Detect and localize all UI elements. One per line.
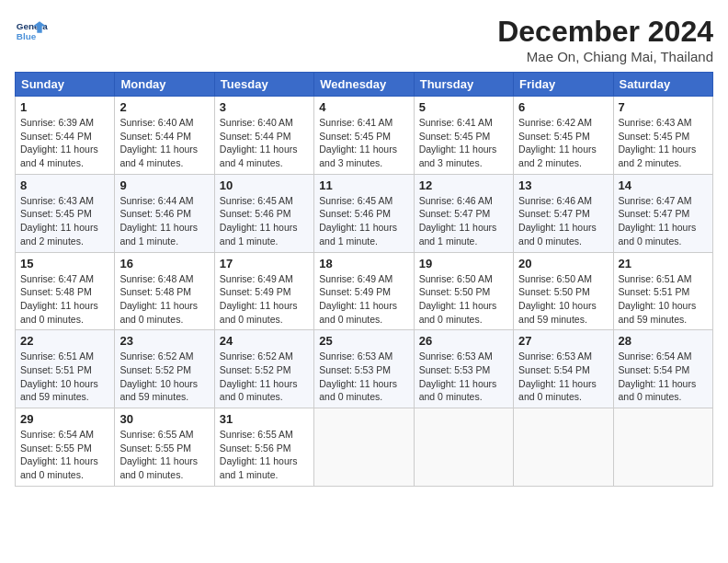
calendar-header-row: SundayMondayTuesdayWednesdayThursdayFrid…: [16, 73, 713, 97]
day-number: 20: [518, 257, 608, 270]
day-number: 3: [220, 100, 309, 114]
weekday-header: Friday: [514, 73, 613, 97]
weekday-header: Sunday: [16, 73, 115, 97]
day-number: 1: [20, 100, 109, 114]
calendar-cell: 3Sunrise: 6:40 AMSunset: 5:44 PMDaylight…: [214, 97, 313, 175]
calendar-cell: 31Sunrise: 6:55 AMSunset: 5:56 PMDayligh…: [214, 408, 313, 487]
day-number: 24: [220, 334, 309, 348]
day-info: Sunrise: 6:51 AMSunset: 5:51 PMDaylight:…: [20, 350, 109, 404]
calendar-table: SundayMondayTuesdayWednesdayThursdayFrid…: [15, 72, 713, 487]
calendar-cell: 8Sunrise: 6:43 AMSunset: 5:45 PMDaylight…: [16, 174, 115, 252]
calendar-cell: 14Sunrise: 6:47 AMSunset: 5:47 PMDayligh…: [613, 174, 712, 252]
calendar-cell: 28Sunrise: 6:54 AMSunset: 5:54 PMDayligh…: [613, 330, 712, 408]
day-number: 23: [119, 334, 209, 348]
day-info: Sunrise: 6:50 AMSunset: 5:50 PMDaylight:…: [518, 272, 608, 327]
calendar-cell: 7Sunrise: 6:43 AMSunset: 5:45 PMDaylight…: [613, 97, 712, 175]
day-info: Sunrise: 6:53 AMSunset: 5:54 PMDaylight:…: [518, 350, 608, 404]
day-info: Sunrise: 6:43 AMSunset: 5:45 PMDaylight:…: [619, 116, 708, 170]
day-number: 26: [419, 334, 508, 348]
calendar-cell: [514, 408, 613, 487]
day-number: 15: [20, 257, 109, 270]
day-info: Sunrise: 6:42 AMSunset: 5:45 PMDaylight:…: [518, 116, 608, 170]
day-info: Sunrise: 6:49 AMSunset: 5:49 PMDaylight:…: [319, 272, 408, 327]
calendar-week-row: 1Sunrise: 6:39 AMSunset: 5:44 PMDaylight…: [16, 97, 713, 175]
day-number: 27: [518, 334, 608, 348]
calendar-cell: 6Sunrise: 6:42 AMSunset: 5:45 PMDaylight…: [514, 97, 613, 175]
calendar-cell: [414, 408, 513, 487]
calendar-cell: 25Sunrise: 6:53 AMSunset: 5:53 PMDayligh…: [314, 330, 414, 408]
day-info: Sunrise: 6:45 AMSunset: 5:46 PMDaylight:…: [319, 194, 408, 248]
calendar-cell: 1Sunrise: 6:39 AMSunset: 5:44 PMDaylight…: [16, 97, 115, 175]
day-info: Sunrise: 6:52 AMSunset: 5:52 PMDaylight:…: [119, 350, 209, 404]
calendar-cell: 20Sunrise: 6:50 AMSunset: 5:50 PMDayligh…: [514, 252, 613, 330]
day-number: 10: [220, 178, 309, 192]
svg-text:Blue: Blue: [17, 31, 37, 41]
day-info: Sunrise: 6:48 AMSunset: 5:48 PMDaylight:…: [119, 272, 209, 327]
calendar-cell: 10Sunrise: 6:45 AMSunset: 5:46 PMDayligh…: [214, 174, 313, 252]
day-number: 21: [619, 257, 708, 270]
weekday-header: Tuesday: [214, 73, 313, 97]
calendar-cell: 21Sunrise: 6:51 AMSunset: 5:51 PMDayligh…: [613, 252, 712, 330]
day-number: 31: [220, 412, 309, 426]
day-info: Sunrise: 6:46 AMSunset: 5:47 PMDaylight:…: [518, 194, 608, 248]
day-info: Sunrise: 6:41 AMSunset: 5:45 PMDaylight:…: [419, 116, 508, 170]
calendar-cell: 17Sunrise: 6:49 AMSunset: 5:49 PMDayligh…: [214, 252, 313, 330]
calendar-cell: 11Sunrise: 6:45 AMSunset: 5:46 PMDayligh…: [314, 174, 414, 252]
day-number: 30: [119, 412, 209, 426]
calendar-week-row: 29Sunrise: 6:54 AMSunset: 5:55 PMDayligh…: [16, 408, 713, 487]
calendar-week-row: 22Sunrise: 6:51 AMSunset: 5:51 PMDayligh…: [16, 330, 713, 408]
calendar-cell: 29Sunrise: 6:54 AMSunset: 5:55 PMDayligh…: [16, 408, 115, 487]
day-info: Sunrise: 6:41 AMSunset: 5:45 PMDaylight:…: [319, 116, 408, 170]
day-info: Sunrise: 6:46 AMSunset: 5:47 PMDaylight:…: [419, 194, 508, 248]
day-info: Sunrise: 6:47 AMSunset: 5:47 PMDaylight:…: [619, 194, 708, 248]
day-number: 22: [20, 334, 109, 348]
day-info: Sunrise: 6:55 AMSunset: 5:55 PMDaylight:…: [119, 428, 209, 482]
day-info: Sunrise: 6:52 AMSunset: 5:52 PMDaylight:…: [220, 350, 309, 404]
day-info: Sunrise: 6:40 AMSunset: 5:44 PMDaylight:…: [220, 116, 309, 170]
day-number: 5: [419, 100, 508, 114]
page-header: General Blue December 2024 Mae On, Chian…: [15, 15, 713, 64]
day-info: Sunrise: 6:54 AMSunset: 5:54 PMDaylight:…: [619, 350, 708, 404]
weekday-header: Monday: [115, 73, 214, 97]
calendar-cell: 2Sunrise: 6:40 AMSunset: 5:44 PMDaylight…: [115, 97, 214, 175]
day-number: 19: [419, 257, 508, 270]
calendar-cell: 5Sunrise: 6:41 AMSunset: 5:45 PMDaylight…: [414, 97, 513, 175]
calendar-cell: 27Sunrise: 6:53 AMSunset: 5:54 PMDayligh…: [514, 330, 613, 408]
day-number: 8: [20, 178, 109, 192]
day-info: Sunrise: 6:47 AMSunset: 5:48 PMDaylight:…: [20, 272, 109, 327]
day-number: 4: [319, 100, 408, 114]
day-info: Sunrise: 6:40 AMSunset: 5:44 PMDaylight:…: [119, 116, 209, 170]
day-number: 2: [119, 100, 209, 114]
day-info: Sunrise: 6:50 AMSunset: 5:50 PMDaylight:…: [419, 272, 508, 327]
calendar-cell: [314, 408, 414, 487]
calendar-cell: 9Sunrise: 6:44 AMSunset: 5:46 PMDaylight…: [115, 174, 214, 252]
day-info: Sunrise: 6:55 AMSunset: 5:56 PMDaylight:…: [220, 428, 309, 482]
calendar-week-row: 15Sunrise: 6:47 AMSunset: 5:48 PMDayligh…: [16, 252, 713, 330]
calendar-cell: 12Sunrise: 6:46 AMSunset: 5:47 PMDayligh…: [414, 174, 513, 252]
day-info: Sunrise: 6:54 AMSunset: 5:55 PMDaylight:…: [20, 428, 109, 482]
day-number: 14: [619, 178, 708, 192]
day-number: 9: [119, 178, 209, 192]
weekday-header: Saturday: [613, 73, 712, 97]
month-title: December 2024: [497, 15, 713, 49]
logo-icon: General Blue: [15, 15, 48, 48]
calendar-cell: 18Sunrise: 6:49 AMSunset: 5:49 PMDayligh…: [314, 252, 414, 330]
day-info: Sunrise: 6:45 AMSunset: 5:46 PMDaylight:…: [220, 194, 309, 248]
day-number: 7: [619, 100, 708, 114]
calendar-cell: 13Sunrise: 6:46 AMSunset: 5:47 PMDayligh…: [514, 174, 613, 252]
calendar-cell: 22Sunrise: 6:51 AMSunset: 5:51 PMDayligh…: [16, 330, 115, 408]
calendar-cell: [613, 408, 712, 487]
svg-text:General: General: [17, 21, 48, 31]
calendar-cell: 15Sunrise: 6:47 AMSunset: 5:48 PMDayligh…: [16, 252, 115, 330]
calendar-cell: 4Sunrise: 6:41 AMSunset: 5:45 PMDaylight…: [314, 97, 414, 175]
day-info: Sunrise: 6:39 AMSunset: 5:44 PMDaylight:…: [20, 116, 109, 170]
calendar-cell: 30Sunrise: 6:55 AMSunset: 5:55 PMDayligh…: [115, 408, 214, 487]
day-number: 25: [319, 334, 408, 348]
day-number: 12: [419, 178, 508, 192]
calendar-cell: 19Sunrise: 6:50 AMSunset: 5:50 PMDayligh…: [414, 252, 513, 330]
day-number: 29: [20, 412, 109, 426]
day-info: Sunrise: 6:44 AMSunset: 5:46 PMDaylight:…: [119, 194, 209, 248]
weekday-header: Wednesday: [314, 73, 414, 97]
day-number: 17: [220, 257, 309, 270]
calendar-cell: 16Sunrise: 6:48 AMSunset: 5:48 PMDayligh…: [115, 252, 214, 330]
